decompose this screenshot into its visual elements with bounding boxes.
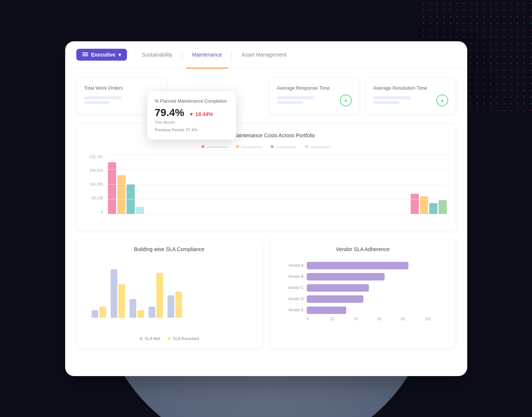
- vendor-row-4: Vendor D: [278, 295, 448, 303]
- vendor-label-2: Vendor B: [278, 275, 304, 279]
- vendor-row-1: Vendor A: [278, 262, 448, 269]
- building-legend-label-1: SLA Met: [145, 336, 160, 341]
- building-legend-2: SLA Breached: [168, 336, 199, 341]
- legend-label-2: —————: [241, 144, 262, 149]
- legend-item-4: —————: [305, 144, 331, 149]
- vendor-label-4: Vendor D: [278, 297, 304, 301]
- metric-bottom-avg-resolution: [373, 94, 448, 106]
- main-dashboard-card: Executive ▾ Sustainability | Maintenance…: [65, 41, 467, 376]
- metric-bars-total-work-orders: [84, 96, 121, 104]
- bar-1-2: [117, 175, 125, 214]
- metric-bar-short: [84, 101, 110, 104]
- up-arrow-btn-avg-resolution[interactable]: [436, 94, 448, 106]
- metric-title-avg-response: Average Response Time: [277, 85, 352, 91]
- nav-divider-1: |: [181, 51, 183, 58]
- tab-asset-management[interactable]: Asset Management: [236, 49, 293, 61]
- building-chart-area: [84, 258, 255, 333]
- vendor-row-3: Vendor C: [278, 284, 448, 292]
- vendor-bar-fill-4: [307, 295, 363, 303]
- tooltip-title: % Planned Maintenance Completion: [155, 99, 229, 104]
- b-bar-3-2: [137, 310, 144, 318]
- planned-maintenance-tooltip: % Planned Maintenance Completion 79.4% ▼…: [147, 91, 236, 140]
- yearly-maintenance-chart-section: Yearly Maintenance Costs Across Portfoli…: [76, 123, 456, 231]
- yearly-y-axis: 332,792 249,594 166,396 83,198 0: [86, 155, 106, 214]
- vendor-x-0: 0: [307, 317, 330, 321]
- vendor-row-2: Vendor B: [278, 273, 448, 280]
- metric-title-avg-resolution: Average Resolution Time: [373, 85, 448, 91]
- vendor-bar-fill-1: [307, 262, 409, 269]
- b-bar-2-1: [111, 269, 117, 318]
- building-sla-chart: Building wise SLA Compliance: [76, 238, 262, 349]
- nav-divider-2: |: [231, 51, 233, 58]
- vendor-label-1: Vendor A: [278, 263, 304, 267]
- vendor-bar-wrap-3: [307, 284, 448, 292]
- up-arrow-icon-res: [440, 99, 444, 102]
- building-chart-title: Building wise SLA Compliance: [84, 246, 255, 252]
- legend-dot-2: [236, 145, 239, 148]
- building-legend-dot-2: [168, 337, 171, 340]
- legend-label-3: —————: [276, 144, 296, 149]
- b-bar-5-2: [175, 292, 182, 318]
- b-bar-5-1: [168, 295, 174, 318]
- y-label-1: 332,792: [89, 155, 103, 159]
- tooltip-previous-period: Previous Period: 97.4%: [155, 128, 229, 132]
- tooltip-period-label: This Month: [155, 120, 229, 125]
- svg-marker-1: [344, 99, 347, 102]
- vendor-label-3: Vendor C: [278, 286, 304, 290]
- building-legend-label-2: SLA Breached: [173, 336, 199, 341]
- metric-bar-res-long: [373, 96, 411, 99]
- vendor-bar-wrap-2: [307, 273, 448, 280]
- building-legend-1: SLA Met: [140, 336, 160, 341]
- metric-title-total-work-orders: Total Work Orders: [84, 85, 159, 91]
- b-bar-4-1: [149, 307, 155, 318]
- legend-item-3: —————: [271, 144, 296, 149]
- up-arrow-icon-resp: [344, 99, 348, 102]
- vendor-x-80: 80: [401, 317, 424, 321]
- building-legend: SLA Met SLA Breached: [84, 336, 255, 341]
- vendor-label-5: Vendor E: [278, 308, 304, 312]
- tab-maintenance[interactable]: Maintenance: [186, 49, 228, 61]
- vendor-bar-wrap-1: [307, 262, 448, 269]
- bar-2-1: [411, 194, 419, 214]
- legend-dot-1: [201, 145, 204, 148]
- vendor-sla-chart: Vendor SLA Adherence Vendor A Vendor B: [270, 238, 456, 349]
- vendor-bars: Vendor A Vendor B: [278, 262, 448, 314]
- metric-bar-resp-long: [277, 96, 314, 99]
- b-bar-2-2: [118, 284, 125, 318]
- nav-bar: Executive ▾ Sustainability | Maintenance…: [65, 41, 467, 68]
- vendor-row-5: Vendor E: [278, 307, 448, 314]
- b-bar-3-1: [130, 299, 136, 318]
- metric-bar-long: [84, 96, 121, 99]
- vendor-bar-fill-3: [307, 284, 369, 292]
- b-bar-1-1: [92, 310, 98, 318]
- svg-marker-2: [441, 99, 444, 102]
- vendor-x-axis: 0 20 40 60 80 100: [278, 317, 448, 321]
- yearly-bars-container: [108, 155, 447, 214]
- dashboard-content: Total Work Orders: [65, 68, 467, 357]
- metric-bars-avg-resolution: [373, 96, 411, 104]
- b-bar-4-2: [156, 273, 163, 318]
- bar-2-2: [420, 196, 428, 214]
- metric-card-avg-resolution-time: Average Resolution Time: [366, 77, 456, 114]
- building-group-1: [92, 307, 106, 318]
- building-group-4: [149, 273, 163, 318]
- executive-label: Executive: [91, 52, 115, 58]
- metric-bottom-avg-response: [277, 94, 352, 106]
- vendor-chart-area: Vendor A Vendor B: [278, 258, 448, 333]
- building-group-3: [130, 299, 144, 318]
- legend-item-1: —————: [201, 144, 227, 149]
- legend-label-4: —————: [310, 144, 331, 149]
- menu-icon: [82, 52, 88, 57]
- executive-dropdown[interactable]: Executive ▾: [76, 49, 127, 61]
- y-label-3: 166,396: [89, 182, 103, 186]
- metrics-row: Total Work Orders: [76, 77, 456, 114]
- yearly-bar-chart-area: 332,792 249,594 166,396 83,198 0: [86, 155, 447, 222]
- vendor-bar-wrap-4: [307, 295, 448, 303]
- bar-2-4: [439, 200, 447, 214]
- up-arrow-btn-avg-response[interactable]: [340, 94, 352, 106]
- building-bars: [92, 258, 255, 318]
- metric-bars-avg-response: [277, 96, 314, 104]
- tab-sustainability[interactable]: Sustainability: [136, 49, 179, 61]
- previous-period-label: Previous Period:: [155, 128, 185, 132]
- metric-card-avg-response-time: Average Response Time: [269, 77, 360, 114]
